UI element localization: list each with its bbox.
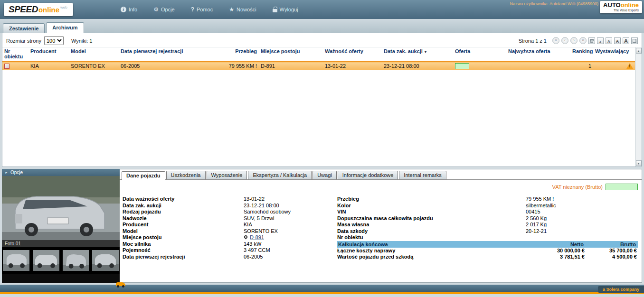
kalkulacja-netto-value: 3 781,51 € <box>518 254 585 260</box>
photo-panel: ► Opcje Foto 01 <box>2 169 120 283</box>
font-size-xlarge-button[interactable]: A <box>623 37 629 44</box>
prev-page-button[interactable]: ‹ <box>561 37 568 44</box>
autoonline-logo: AUTOonline The Value Experts <box>600 1 642 13</box>
tab-wyposazenie[interactable]: Wyposażenie <box>207 171 247 179</box>
thumbnail-4[interactable] <box>92 250 119 271</box>
col-przebieg[interactable]: Przebieg <box>214 47 259 62</box>
menu-label-opcje: Opcje <box>161 7 175 12</box>
cell-nr-obiektu[interactable] <box>2 62 28 70</box>
field-label: Moc silnika <box>123 241 244 248</box>
tab-zestawienie[interactable]: Zestawienie <box>3 23 45 33</box>
col-najwyzsza-oferta[interactable]: Najwyższa oferta <box>506 47 570 62</box>
kalkulacja-brutto-value: 4 500,00 € <box>585 254 638 260</box>
vat-input-box[interactable] <box>606 184 638 190</box>
print-icon[interactable] <box>588 37 595 44</box>
table-scrollbar[interactable]: ▲ ▼ <box>635 47 642 167</box>
cell-model[interactable]: SORENTO EX <box>69 62 119 70</box>
next-page-button[interactable]: › <box>570 37 578 44</box>
col-ranking[interactable]: Ranking <box>570 47 593 62</box>
col-producent[interactable]: Producent <box>28 47 69 62</box>
cell-rejestracja[interactable]: 06-2005 <box>119 62 214 70</box>
tab-uwagi[interactable]: Uwagi <box>313 171 337 179</box>
field-label: Przebieg <box>337 196 526 203</box>
thumbnail-2[interactable] <box>33 250 59 271</box>
menu-label-wyloguj: Wyloguj <box>280 7 298 12</box>
thumbnail-3[interactable] <box>63 250 89 271</box>
font-size-small-button[interactable]: A <box>597 37 604 44</box>
results-count: Wyniki: 1 <box>71 38 93 44</box>
cell-producent[interactable]: KIA <box>28 62 69 70</box>
menu-item-info[interactable]: i Info <box>121 6 137 13</box>
tab-informacje-dodatkowe[interactable]: Informacje dodatkowe <box>338 171 398 179</box>
cell-miejsce-postoju[interactable]: D-891 <box>259 62 323 70</box>
location-pin-icon <box>244 235 248 240</box>
kalkulacja-row-label: Łączne koszty naprawy <box>337 248 518 254</box>
speed-online-logo[interactable]: SPEED online web <box>4 3 73 16</box>
field-value: 06-2005 <box>244 254 337 260</box>
field-row: ModelSORENTO EX <box>123 228 337 235</box>
col-nr-obiektu[interactable]: Nr obiektu <box>2 47 28 62</box>
detail-section: ► Opcje Foto 01 <box>2 169 642 283</box>
offer-input-box[interactable] <box>455 63 469 69</box>
field-row: NadwozieSUV, 5 Drzwi <box>123 215 337 222</box>
menu-item-wyloguj[interactable]: Wyloguj <box>273 6 298 13</box>
col-rejestracja[interactable]: Data pierwszej rejestracji <box>119 47 214 62</box>
star-icon: ★ <box>229 6 234 13</box>
warning-icon[interactable] <box>626 63 633 69</box>
field-row: Data zak. aukcji23-12-21 08:00 <box>123 203 337 209</box>
last-page-button[interactable]: » <box>579 37 587 44</box>
scroll-down-icon[interactable]: ▼ <box>636 160 642 166</box>
tab-archiwum[interactable]: Archiwum <box>46 22 84 33</box>
field-label: Data zak. aukcji <box>123 203 244 209</box>
col-waznosc-oferty[interactable]: Ważność oferty <box>323 47 382 62</box>
font-size-large-button[interactable]: A <box>614 37 621 44</box>
cell-ranking[interactable]: 1 <box>570 62 593 70</box>
cell-przebieg[interactable]: 79 955 KM ! <box>214 62 259 70</box>
speed-online-app: SPEED online web i Info ⚙ Opcje ? Pomoc … <box>0 0 644 294</box>
kalkulacja-header-row: Kalkulacja końcowa Netto Brutto <box>337 241 638 248</box>
opcje-label: Opcje <box>10 170 23 175</box>
tab-ekspertyza-kalkulacja[interactable]: Ekspertyza / Kalkulacja <box>248 171 312 179</box>
detail-tabstrip: Dane pojazdu Uszkodzenia Wyposażenie Eks… <box>120 169 642 180</box>
col-model[interactable]: Model <box>69 47 119 62</box>
field-label: Data ważności oferty <box>123 196 244 203</box>
field-label: Data pierwszej rejestracji <box>123 254 244 260</box>
field-value: D-891 <box>244 234 337 241</box>
font-size-medium-button[interactable]: A <box>606 37 612 44</box>
menu-item-nowosci[interactable]: ★ Nowości <box>229 6 256 13</box>
photo-caption: Foto 01 <box>2 240 120 247</box>
field-row: Data szkody20-12-21 <box>337 228 638 235</box>
tab-internal-remarks[interactable]: Internal remarks <box>399 171 446 179</box>
cell-waznosc-oferty[interactable]: 13-01-22 <box>323 62 382 70</box>
vehicle-row[interactable]: KIA SORENTO EX 06-2005 79 955 KM ! D-891… <box>2 62 635 70</box>
field-value: 79 955 KM ! <box>526 196 638 203</box>
scroll-up-icon[interactable]: ▲ <box>636 48 642 54</box>
cell-data-zak-aukcji[interactable]: 23-12-21 08:00 <box>382 62 453 70</box>
field-value: 13-01-22 <box>244 196 337 203</box>
table-header-row: Nr obiektu Producent Model Data pierwsze… <box>2 47 635 62</box>
col-data-zak-aukcji[interactable]: Data zak. aukcji▼ <box>382 47 453 62</box>
logo-speed-text: SPEED <box>9 4 38 15</box>
export-grid-icon[interactable] <box>631 37 638 44</box>
field-value: SUV, 5 Drzwi <box>244 215 337 222</box>
menu-item-pomoc[interactable]: ? Pomoc <box>191 6 213 13</box>
cell-najwyzsza-oferta <box>506 62 570 70</box>
field-value: 23-12-21 08:00 <box>244 203 337 209</box>
tab-dane-pojazdu[interactable]: Dane pojazdu <box>122 171 165 180</box>
col-oferta[interactable]: Oferta <box>453 47 506 62</box>
thumbnail-1[interactable] <box>3 250 29 271</box>
results-table-wrap: Nr obiektu Producent Model Data pierwsze… <box>2 47 635 167</box>
opcje-collapse-bar[interactable]: ► Opcje <box>2 169 120 176</box>
tab-uszkodzenia[interactable]: Uszkodzenia <box>166 171 206 179</box>
location-link[interactable]: D-891 <box>250 234 264 240</box>
field-row-miejsce-postoju: Miejsce postojuD-891 <box>123 234 337 241</box>
field-value: SORENTO EX <box>244 228 337 235</box>
first-page-button[interactable]: « <box>552 37 559 44</box>
kalkulacja-netto-header: Netto <box>517 241 584 248</box>
menu-item-opcje[interactable]: ⚙ Opcje <box>153 6 175 13</box>
col-wystawiajacy[interactable]: Wystawiający <box>593 47 635 62</box>
vehicle-photo[interactable]: Foto 01 <box>2 176 120 247</box>
col-miejsce-postoju[interactable]: Miejsce postoju <box>259 47 323 62</box>
kalkulacja-netto-value: 30 000,00 € <box>518 248 585 254</box>
page-size-select[interactable]: 100 <box>44 36 64 45</box>
